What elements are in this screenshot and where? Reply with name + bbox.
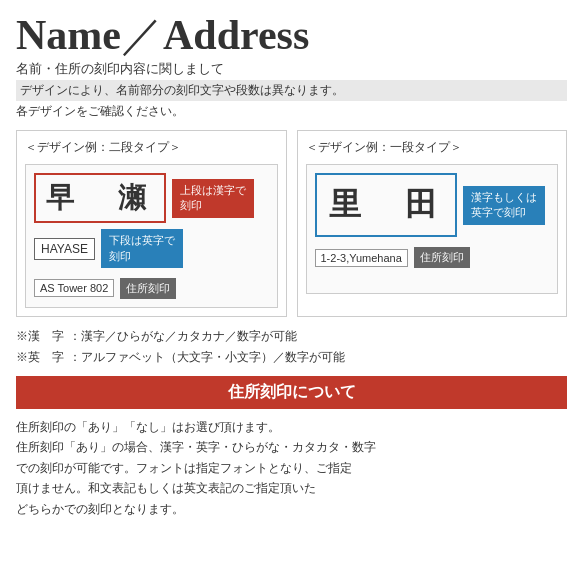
info-section-title: 住所刻印について [16,376,567,409]
address-row: AS Tower 802 住所刻印 [34,278,269,299]
one-tier-address-text: 1-2-3,Yumehana [315,249,408,267]
desc1: デザインにより、名前部分の刻印文字や段数は異なります。 [16,80,567,101]
info-line5: どちらかでの刻印となります。 [16,499,567,519]
subtitle: 名前・住所の刻印内容に関しまして [16,60,567,78]
info-content: 住所刻印の「あり」「なし」はお選び頂けます。 住所刻印「あり」の場合、漢字・英字… [16,417,567,519]
two-tier-box: ＜デザイン例：二段タイプ＞ 早 瀬 上段は漢字で 刻印 HAYASE [16,130,287,317]
one-tier-inner: 里 田 漢字もしくは 英字で刻印 1-2-3,Yumehana 住所刻印 [306,164,559,294]
info-line3: での刻印が可能です。フォントは指定フォントとなり、ご指定 [16,458,567,478]
kanji-label: 上段は漢字で 刻印 [172,179,254,218]
title-name: Name [16,12,121,58]
title-slash: ／ [121,12,163,58]
info-line2: 住所刻印「あり」の場合、漢字・英字・ひらがな・カタカタ・数字 [16,437,567,457]
one-tier-layout: 里 田 漢字もしくは 英字で刻印 1-2-3,Yumehana 住所刻印 [315,173,550,268]
address-label: 住所刻印 [120,278,176,299]
kanji-row: 早 瀬 上段は漢字で 刻印 [34,173,269,223]
one-tier-box: ＜デザイン例：一段タイプ＞ 里 田 漢字もしくは 英字で刻印 1-2-3,Yum… [297,130,568,317]
one-tier-kanji-name: 里 田 [315,173,457,237]
desc2: 各デザインをご確認ください。 [16,103,567,120]
kanji-note-label: ※漢 字 [16,327,66,345]
two-tier-layout: 早 瀬 上段は漢字で 刻印 HAYASE 下段は英字で 刻印 [34,173,269,299]
kanji-note: ※漢 字 ：漢字／ひらがな／カタカナ／数字が可能 [16,327,567,345]
notes-section: ※漢 字 ：漢字／ひらがな／カタカナ／数字が可能 ※英 字 ：アルファベット（大… [16,327,567,366]
two-tier-inner: 早 瀬 上段は漢字で 刻印 HAYASE 下段は英字で 刻印 [25,164,278,308]
info-line1: 住所刻印の「あり」「なし」はお選び頂けます。 [16,417,567,437]
one-tier-label: ＜デザイン例：一段タイプ＞ [306,139,559,156]
one-tier-kanji-row: 里 田 漢字もしくは 英字で刻印 [315,173,550,237]
main-title: Name／Address [16,12,567,58]
romaji-label: 下段は英字で 刻印 [101,229,183,268]
romaji-row: HAYASE 下段は英字で 刻印 [34,229,269,268]
two-tier-label: ＜デザイン例：二段タイプ＞ [25,139,278,156]
design-examples: ＜デザイン例：二段タイプ＞ 早 瀬 上段は漢字で 刻印 HAYASE [16,130,567,317]
kanji-name: 早 瀬 [34,173,166,223]
address-text: AS Tower 802 [34,279,114,297]
eiji-note: ※英 字 ：アルファベット（大文字・小文字）／数字が可能 [16,348,567,366]
eiji-note-desc: ：アルファベット（大文字・小文字）／数字が可能 [69,350,345,364]
one-tier-address-row: 1-2-3,Yumehana 住所刻印 [315,247,550,268]
title-address: Address [163,12,309,58]
info-line4: 頂けません。和文表記もしくは英文表記のご指定頂いた [16,478,567,498]
one-tier-address-label: 住所刻印 [414,247,470,268]
romaji-name: HAYASE [34,238,95,260]
eiji-note-label: ※英 字 [16,348,66,366]
one-tier-kanji-label: 漢字もしくは 英字で刻印 [463,186,545,225]
kanji-note-desc: ：漢字／ひらがな／カタカナ／数字が可能 [69,329,297,343]
page-container: Name／Address 名前・住所の刻印内容に関しまして デザインにより、名前… [0,0,583,535]
